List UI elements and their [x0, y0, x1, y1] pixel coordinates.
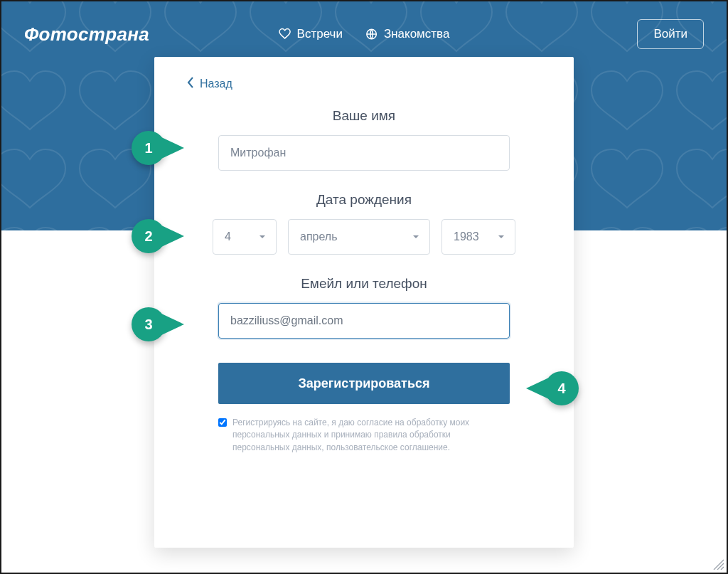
dob-month-select[interactable]: апрель	[288, 219, 430, 255]
nav-dating[interactable]: Знакомства	[365, 27, 449, 41]
top-nav: Встречи Знакомства	[279, 27, 450, 41]
heart-icon	[279, 28, 291, 41]
chevron-down-icon	[259, 233, 266, 240]
logo[interactable]: Фотострана	[24, 23, 149, 46]
contact-label: Емейл или телефон	[187, 276, 541, 292]
dob-year-value: 1983	[454, 230, 479, 243]
back-link[interactable]: Назад	[187, 77, 541, 91]
name-label: Ваше имя	[187, 108, 541, 124]
back-label: Назад	[200, 78, 232, 90]
consent-checkbox[interactable]	[218, 418, 227, 427]
dob-month-value: апрель	[300, 230, 338, 243]
name-input[interactable]	[218, 135, 510, 171]
nav-meet-label: Встречи	[297, 27, 343, 41]
dob-day-value: 4	[225, 230, 231, 243]
login-button[interactable]: Войти	[637, 19, 704, 49]
consent-text: Регистрируясь на сайте, я даю согласие н…	[232, 417, 510, 454]
top-bar: Фотострана Встречи Знакомства Войти	[1, 1, 727, 51]
dob-year-select[interactable]: 1983	[441, 219, 515, 255]
chevron-down-icon	[498, 233, 505, 240]
nav-dating-label: Знакомства	[384, 27, 449, 41]
globe-icon	[365, 28, 378, 41]
dob-row: 4 апрель 1983	[187, 219, 541, 255]
consent-row: Регистрируясь на сайте, я даю согласие н…	[218, 417, 510, 454]
chevron-down-icon	[412, 233, 419, 240]
contact-input[interactable]	[218, 303, 510, 339]
app-frame: Фотострана Встречи Знакомства Войти	[0, 0, 728, 574]
registration-card: Назад Ваше имя Дата рождения 4 апрель 19…	[154, 57, 574, 548]
dob-day-select[interactable]: 4	[213, 219, 277, 255]
nav-meet[interactable]: Встречи	[279, 27, 343, 41]
chevron-left-icon	[187, 77, 194, 91]
resize-corner-icon	[711, 557, 724, 570]
register-button[interactable]: Зарегистрироваться	[218, 363, 510, 404]
dob-label: Дата рождения	[187, 192, 541, 208]
